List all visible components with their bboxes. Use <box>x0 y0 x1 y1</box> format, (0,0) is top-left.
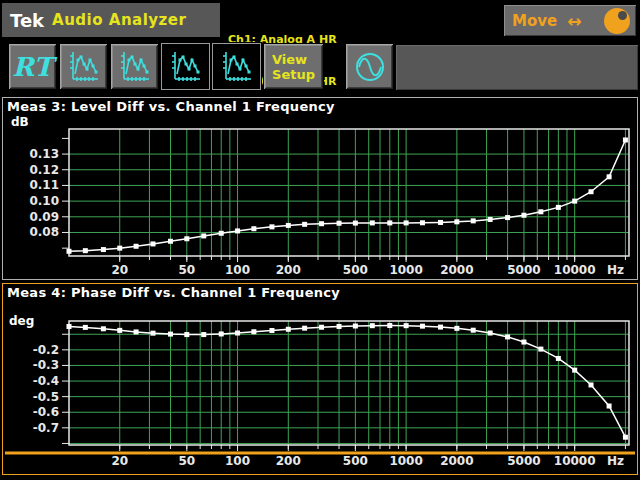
svg-text:50: 50 <box>178 263 195 277</box>
svg-text:50: 50 <box>178 454 195 468</box>
svg-text:0.11: 0.11 <box>29 178 59 192</box>
toolbar-button-generator[interactable] <box>345 43 394 90</box>
toolbar-spacer-panel <box>396 45 638 90</box>
meas4-panel[interactable]: Meas 4: Phase Diff vs. Channel 1 Frequen… <box>2 283 638 475</box>
svg-text:-0.6: -0.6 <box>33 405 59 419</box>
svg-text:0.09: 0.09 <box>29 210 59 224</box>
svg-text:2000: 2000 <box>440 263 473 277</box>
svg-text:20: 20 <box>111 454 128 468</box>
meas4-plot: 205010020050010002000500010000Hz-0.2-0.3… <box>3 284 637 474</box>
svg-text:0.08: 0.08 <box>29 225 59 239</box>
meas3-plot: 205010020050010002000500010000Hz0.130.12… <box>3 98 637 279</box>
svg-text:10000: 10000 <box>554 263 596 277</box>
svg-text:1000: 1000 <box>389 454 422 468</box>
svg-text:-0.5: -0.5 <box>33 390 59 404</box>
left-right-arrow-icon: ↔ <box>567 16 581 26</box>
toolbar-button-rt[interactable]: RT <box>8 43 57 90</box>
svg-text:100: 100 <box>225 263 250 277</box>
toolbar-button-display-4[interactable] <box>212 43 261 90</box>
svg-text:20: 20 <box>111 263 128 277</box>
svg-text:0.10: 0.10 <box>29 194 59 208</box>
knob-indicator-dot <box>618 11 627 20</box>
waveform-chart-icon <box>67 49 101 85</box>
toolbar: RTViewSetup <box>8 43 396 90</box>
waveform-chart-icon <box>220 49 254 85</box>
sine-wave-icon <box>352 49 388 85</box>
tek-logo: Tek <box>10 10 44 31</box>
svg-text:-0.3: -0.3 <box>33 358 59 372</box>
toolbar-button-view-setup[interactable]: ViewSetup <box>263 43 324 90</box>
meas3-panel[interactable]: Meas 3: Level Diff vs. Channel 1 Frequen… <box>2 97 638 280</box>
title-panel: Tek Audio Analyzer <box>2 3 220 37</box>
svg-text:5000: 5000 <box>507 263 540 277</box>
move-button-label: Move <box>512 12 557 30</box>
svg-text:-0.2: -0.2 <box>33 343 59 357</box>
svg-text:-0.4: -0.4 <box>33 374 59 388</box>
svg-text:500: 500 <box>343 263 368 277</box>
move-button[interactable]: Move ↔ <box>502 3 638 38</box>
waveform-chart-icon <box>169 49 203 85</box>
svg-text:5000: 5000 <box>507 454 540 468</box>
app-title: Audio Analyzer <box>52 11 186 29</box>
svg-text:-0.7: -0.7 <box>33 421 59 435</box>
svg-text:10000: 10000 <box>554 454 596 468</box>
svg-text:Hz: Hz <box>607 454 624 468</box>
svg-text:100: 100 <box>225 454 250 468</box>
rt-label: RT <box>12 52 53 82</box>
toolbar-button-display-2[interactable] <box>110 43 159 90</box>
svg-text:200: 200 <box>276 263 301 277</box>
waveform-chart-icon <box>118 49 152 85</box>
view-setup-label: ViewSetup <box>272 52 315 82</box>
svg-text:0.13: 0.13 <box>29 147 59 161</box>
svg-text:200: 200 <box>276 454 301 468</box>
knob-icon <box>604 8 630 34</box>
toolbar-button-display-3[interactable] <box>161 43 210 90</box>
svg-text:Hz: Hz <box>607 263 624 277</box>
svg-text:0.12: 0.12 <box>29 163 59 177</box>
svg-text:1000: 1000 <box>389 263 422 277</box>
toolbar-button-display-1[interactable] <box>59 43 108 90</box>
svg-text:2000: 2000 <box>440 454 473 468</box>
svg-text:500: 500 <box>343 454 368 468</box>
